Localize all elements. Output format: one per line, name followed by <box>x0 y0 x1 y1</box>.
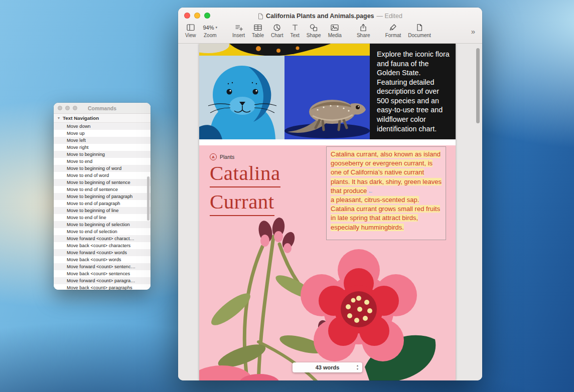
chevron-down-icon: ▾ <box>216 26 218 30</box>
list-item[interactable]: Move down <box>54 123 151 130</box>
edited-badge: — Edited <box>377 13 402 20</box>
list-item[interactable]: Move forward <count> charact… <box>54 235 151 242</box>
toolbar-view-button[interactable]: View <box>185 23 196 38</box>
document-title: California Plants and Animals.pages <box>266 13 374 20</box>
commands-section-label: Text Navigation <box>63 115 99 121</box>
list-item[interactable]: Move forward <count> sentenc… <box>54 263 151 270</box>
pages-titlebar[interactable]: California Plants and Animals.pages — Ed… <box>178 8 482 23</box>
list-item[interactable]: Move to beginning <box>54 151 151 158</box>
list-item[interactable]: Move to end of word <box>54 172 151 179</box>
lizard-illustration[interactable] <box>284 56 370 139</box>
list-item[interactable]: Move to end of sentence <box>54 186 151 193</box>
list-item[interactable]: Move forward <count> paragra… <box>54 277 151 284</box>
document-page: Explore the iconic flora and fauna of th… <box>199 44 456 380</box>
section-divider <box>199 139 456 145</box>
toolbar-document-button[interactable]: Document <box>408 23 431 38</box>
toolbar-share-button[interactable]: Share <box>357 23 370 38</box>
category-label: Plants <box>220 154 234 160</box>
commands-window: Commands ▾ Text Navigation Move downMove… <box>54 103 151 290</box>
commands-titlebar[interactable]: Commands <box>54 103 151 114</box>
chevron-down-icon[interactable]: ▾ <box>58 116 60 120</box>
list-item[interactable]: Move back <count> sentences <box>54 270 151 277</box>
list-item[interactable]: Move to end of paragraph <box>54 200 151 207</box>
cover-intro-text[interactable]: Explore the iconic flora and fauna of th… <box>370 44 456 139</box>
article-section: A Plants Catalina Currant Catalina curra… <box>199 145 456 380</box>
toolbar-zoom-control[interactable]: 94%▾ Zoom <box>203 23 218 38</box>
media-icon <box>330 23 339 32</box>
list-item[interactable]: Move left <box>54 137 151 144</box>
list-item[interactable]: Move to end <box>54 158 151 165</box>
format-icon <box>388 23 397 32</box>
toolbar-text-button[interactable]: Text <box>290 23 299 38</box>
toolbar-overflow-button[interactable]: » <box>470 27 476 36</box>
table-icon <box>253 23 262 32</box>
list-item[interactable]: Move right <box>54 144 151 151</box>
window-controls <box>58 106 77 110</box>
category-tag[interactable]: A Plants <box>210 153 234 160</box>
line-break-marker: ← <box>367 188 373 194</box>
commands-window-title: Commands <box>88 105 116 111</box>
toolbar-shape-button[interactable]: Shape <box>307 23 321 38</box>
window-scrollbar[interactable] <box>476 48 480 123</box>
toolbar-table-button[interactable]: Table <box>252 23 264 38</box>
pages-toolbar: View 94%▾ Zoom Insert Table Chart Text <box>178 23 482 44</box>
butterfly-strip-illustration[interactable] <box>199 44 370 56</box>
list-item[interactable]: Move back <count> paragraphs <box>54 284 151 290</box>
toolbar-media-button[interactable]: Media <box>328 23 342 38</box>
shape-icon <box>309 23 318 32</box>
word-count-label: 43 words <box>316 364 340 370</box>
toolbar-chart-button[interactable]: Chart <box>271 23 283 38</box>
list-item[interactable]: Move to beginning of paragraph <box>54 193 151 200</box>
minimize-button[interactable] <box>65 106 70 110</box>
window-controls <box>184 13 210 19</box>
window-title: California Plants and Animals.pages — Ed… <box>258 13 402 20</box>
close-button[interactable] <box>58 106 62 110</box>
commands-scrollbar[interactable] <box>147 176 150 221</box>
seal-illustration[interactable] <box>199 56 284 139</box>
minimize-button[interactable] <box>194 13 200 19</box>
list-item[interactable]: Move to end of selection <box>54 228 151 235</box>
commands-list: Move downMove upMove leftMove rightMove … <box>54 123 151 290</box>
insert-icon <box>234 23 243 32</box>
article-heading[interactable]: Catalina Currant <box>210 162 280 220</box>
heading-line-2: Currant <box>210 191 274 216</box>
category-badge: A <box>210 153 217 160</box>
list-item[interactable]: Move to end of line <box>54 214 151 221</box>
body-text-part1: Catalina currant, also known as island g… <box>331 150 442 194</box>
list-item[interactable]: Move to beginning of selection <box>54 221 151 228</box>
list-item[interactable]: Move forward <count> words <box>54 249 151 256</box>
chart-icon <box>272 23 281 32</box>
share-icon <box>359 23 368 32</box>
cover-section: Explore the iconic flora and fauna of th… <box>199 44 456 139</box>
document-proxy-icon <box>258 13 263 20</box>
word-count-pill[interactable]: 43 words ▲ ▼ <box>293 362 362 372</box>
pages-header: California Plants and Animals.pages — Ed… <box>178 8 482 44</box>
commands-section-header[interactable]: ▾ Text Navigation <box>54 114 151 123</box>
currant-flower-illustration[interactable] <box>199 217 456 380</box>
close-button[interactable] <box>184 13 190 19</box>
list-item[interactable]: Move up <box>54 130 151 137</box>
stepper-chevrons-icon: ▲ ▼ <box>356 364 359 371</box>
zoom-button[interactable] <box>73 106 77 110</box>
document-icon <box>415 23 424 32</box>
toolbar-insert-button[interactable]: Insert <box>232 23 245 38</box>
heading-line-1: Catalina <box>210 162 280 187</box>
text-icon <box>291 23 300 32</box>
list-item[interactable]: Move back <count> words <box>54 256 151 263</box>
list-item[interactable]: Move back <count> characters <box>54 242 151 249</box>
document-canvas: Explore the iconic flora and fauna of th… <box>178 44 482 380</box>
zoom-button[interactable] <box>204 13 210 19</box>
list-item[interactable]: Move to beginning of sentence <box>54 179 151 186</box>
pages-window: California Plants and Animals.pages — Ed… <box>178 8 482 380</box>
toolbar-format-button[interactable]: Format <box>385 23 401 38</box>
list-item[interactable]: Move to beginning of word <box>54 165 151 172</box>
list-item[interactable]: Move to beginning of line <box>54 207 151 214</box>
zoom-value: 94% <box>203 25 214 31</box>
view-icon <box>186 23 195 32</box>
